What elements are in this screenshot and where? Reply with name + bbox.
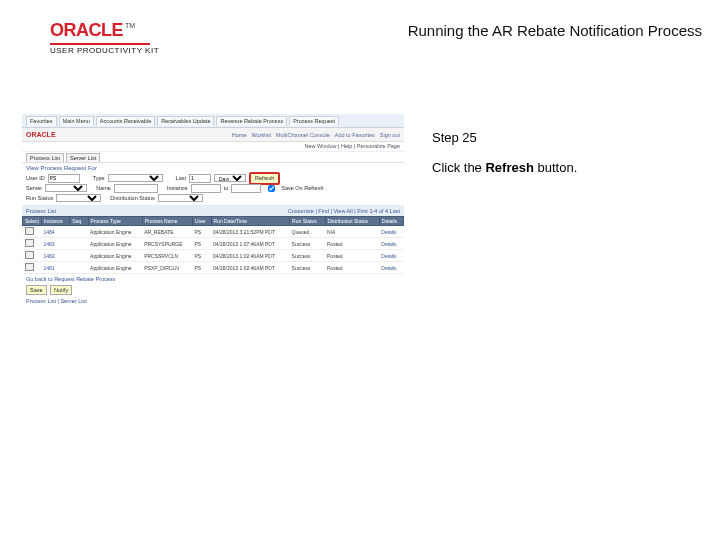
app-header: ORACLE Home Worklist MultiChannel Consol… — [22, 128, 404, 142]
table-row: 1484 Application Engine AR_REBATE PS 04/… — [23, 226, 404, 238]
cell-pname: AR_REBATE — [142, 226, 192, 238]
subtabs: Process List Server List — [22, 152, 404, 163]
cell-instance[interactable]: 1481 — [41, 262, 69, 274]
cell-ds: Posted — [325, 250, 379, 262]
server-select[interactable] — [45, 184, 87, 192]
header: ORACLETM USER PRODUCTIVITY KIT Running t… — [50, 20, 702, 55]
instr-bold: Refresh — [485, 160, 533, 175]
crumb[interactable]: Favorites — [26, 116, 57, 126]
cell-rs: Success — [290, 238, 325, 250]
cell-instance[interactable]: 1482 — [41, 250, 69, 262]
app-screenshot: Favorites Main Menu Accounts Receivable … — [22, 114, 404, 282]
list-pager[interactable]: Customize | Find | View All | First 1-4 … — [288, 208, 400, 214]
cell-ptype: Application Engine — [88, 262, 142, 274]
list-header: Process List Customize | Find | View All… — [22, 205, 404, 216]
row-select[interactable] — [25, 263, 34, 271]
cell-rs: Success — [290, 250, 325, 262]
process-table: Select Instance Seq. Process Type Proces… — [22, 216, 404, 274]
instance-label: Instance — [167, 185, 188, 191]
tab-server-list[interactable]: Server List — [66, 153, 100, 162]
instance-input[interactable] — [191, 184, 221, 193]
col-pname: Process Name — [142, 217, 192, 226]
instance-to-input[interactable] — [231, 184, 261, 193]
runstatus-select[interactable] — [56, 194, 101, 202]
step-label: Step 25 — [432, 130, 477, 145]
cell-ds: N/A — [325, 226, 379, 238]
cell-user: PS — [193, 226, 212, 238]
cell-details[interactable]: Details — [379, 226, 403, 238]
save-refresh-check[interactable] — [268, 185, 275, 192]
logo: ORACLETM USER PRODUCTIVITY KIT — [50, 20, 159, 55]
link-worklist[interactable]: Worklist — [251, 132, 270, 138]
col-select: Select — [23, 217, 42, 226]
crumb[interactable]: Revenue Rebate Process — [216, 116, 287, 126]
diststatus-select[interactable] — [158, 194, 203, 202]
cell-ptype: Application Engine — [88, 250, 142, 262]
name-input[interactable] — [114, 184, 158, 193]
cell-seq — [70, 262, 88, 274]
last-input[interactable] — [189, 174, 211, 183]
link-fav[interactable]: Add to Favorites — [335, 132, 375, 138]
last-unit-select[interactable]: Days — [214, 174, 246, 182]
header-links: Home Worklist MultiChannel Console Add t… — [232, 132, 400, 138]
cell-instance[interactable]: 1484 — [41, 226, 69, 238]
cell-seq — [70, 250, 88, 262]
type-label: Type — [93, 175, 105, 181]
link-signout[interactable]: Sign out — [380, 132, 400, 138]
cell-seq — [70, 226, 88, 238]
cell-user: PS — [193, 262, 212, 274]
to-label: to — [224, 185, 229, 191]
cell-rs: Queued — [290, 226, 325, 238]
table-row: 1483 Application Engine PRCSYSPURGE PS 0… — [23, 238, 404, 250]
server-label: Server — [26, 185, 42, 191]
row-select[interactable] — [25, 251, 34, 259]
crumb[interactable]: Main Menu — [59, 116, 94, 126]
filter-form: User ID Type Last Days Refresh Server Na… — [22, 173, 404, 205]
link-home[interactable]: Home — [232, 132, 247, 138]
user-label: User ID — [26, 175, 45, 181]
footer-tabs[interactable]: Process List | Server List — [22, 296, 404, 306]
col-ds: Distribution Status — [325, 217, 379, 226]
save-button[interactable]: Save — [26, 285, 47, 295]
context-bar[interactable]: New Window | Help | Personalize Page — [22, 142, 404, 152]
brand-bar — [50, 43, 150, 45]
table-header-row: Select Instance Seq. Process Type Proces… — [23, 217, 404, 226]
cell-rs: Success — [290, 262, 325, 274]
cell-ds: Posted — [325, 262, 379, 274]
breadcrumb: Favorites Main Menu Accounts Receivable … — [22, 114, 404, 128]
cell-pname: PRCSYSPURGE — [142, 238, 192, 250]
user-input[interactable] — [48, 174, 80, 183]
cell-details[interactable]: Details — [379, 238, 403, 250]
runstatus-label: Run Status — [26, 195, 53, 201]
diststatus-label: Distribution Status — [110, 195, 155, 201]
cell-dt: 04/28/2013 1:07:46AM PDT — [211, 238, 290, 250]
goback-link[interactable]: Go back to Request Rebate Process — [22, 274, 404, 284]
last-label: Last — [176, 175, 186, 181]
cell-dt: 04/28/2013 1:02:46AM PDT — [211, 262, 290, 274]
cell-ptype: Application Engine — [88, 226, 142, 238]
cell-dt: 04/28/2013 3:21:52PM PDT — [211, 226, 290, 238]
type-select[interactable] — [108, 174, 163, 182]
crumb[interactable]: Accounts Receivable — [96, 116, 155, 126]
col-det: Details — [379, 217, 403, 226]
cell-details[interactable]: Details — [379, 262, 403, 274]
col-rs: Run Status — [290, 217, 325, 226]
cell-pname: PRCSSRVCLN — [142, 250, 192, 262]
section-heading: View Process Request For — [22, 163, 404, 173]
table-row: 1482 Application Engine PRCSSRVCLN PS 04… — [23, 250, 404, 262]
notify-button[interactable]: Notify — [50, 285, 72, 295]
crumb[interactable]: Process Request — [289, 116, 339, 126]
trademark: TM — [125, 22, 135, 29]
cell-instance[interactable]: 1483 — [41, 238, 69, 250]
cell-user: PS — [193, 250, 212, 262]
link-mcc[interactable]: MultiChannel Console — [276, 132, 330, 138]
crumb[interactable]: Receivables Update — [157, 116, 214, 126]
row-select[interactable] — [25, 239, 34, 247]
cell-details[interactable]: Details — [379, 250, 403, 262]
instr-pre: Click the — [432, 160, 485, 175]
row-select[interactable] — [25, 227, 34, 235]
cell-pname: PSXP_DIRCLN — [142, 262, 192, 274]
tab-process-list[interactable]: Process List — [26, 153, 64, 162]
table-row: 1481 Application Engine PSXP_DIRCLN PS 0… — [23, 262, 404, 274]
name-label: Name — [96, 185, 111, 191]
